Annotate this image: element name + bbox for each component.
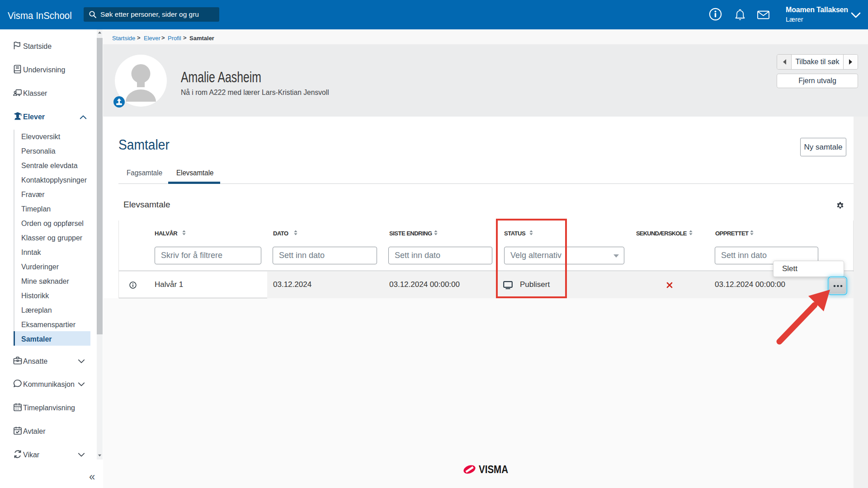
svg-text:VISMA: VISMA: [479, 465, 508, 474]
